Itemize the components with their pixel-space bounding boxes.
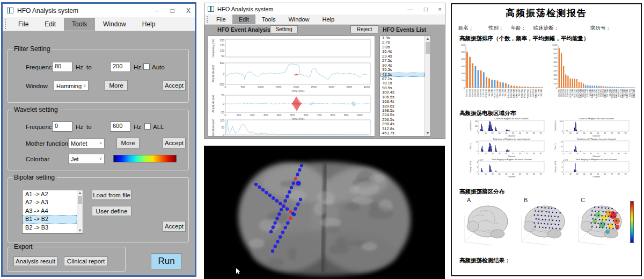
svg-text:P7A3-P7A4: P7A3-P7A4 [513,89,515,98]
bipolar-setting-group: Bipolar setting A1 -> A2A2 -> A3A3 -> A4… [8,177,189,242]
wavelet-all-checkbox[interactable] [144,123,151,130]
scroll-up-icon[interactable]: ▲ [77,190,83,196]
svg-text:Energy / uV^2: Energy / uV^2 [470,161,472,172]
svg-text:20: 20 [576,153,579,155]
svg-text:100: 100 [237,113,241,117]
wavelet-more-button[interactable]: More [116,138,140,148]
svg-text:Channel: Channel [592,135,600,137]
svg-text:Amplitude (uV): Amplitude (uV) [211,95,215,112]
filter-freq-from-input[interactable]: 80 [52,62,72,72]
svg-text:500: 500 [560,120,563,123]
bipolar-list-item[interactable]: B1 -> B2 [23,215,77,223]
brain-3d-view[interactable] [204,146,445,279]
svg-text:400: 400 [475,120,478,123]
toolbar-grip[interactable] [5,19,6,29]
menu-bar: FileEditToolsWindowHelp [204,15,445,25]
close-icon[interactable]: X [186,7,191,15]
bipolar-list-item[interactable]: B2 -> B3 [23,224,77,232]
analysis-result-button[interactable]: Analysis result [13,256,57,266]
event-list-item[interactable]: 453.7s [380,131,425,135]
filter-freq-to-input[interactable]: 200 [110,62,130,72]
scroll-down-icon[interactable]: ▼ [425,131,430,136]
fripple-sort-chart: 01002003004005006007008009001000P3I1-P3I… [550,42,638,108]
menu-item-help[interactable]: Help [134,18,164,31]
wavelet-accept-button[interactable]: Accept [163,138,186,148]
svg-text:Channel: Channel [508,135,515,137]
bipolar-setting-legend: Bipolar setting [12,174,57,181]
svg-text:90: 90 [540,173,542,175]
clinical-report-button[interactable]: Clinical report [64,256,108,266]
svg-text:Amplitude (uV): Amplitude (uV) [211,65,215,82]
svg-text:100: 100 [553,82,557,85]
svg-text:Amplitude (uV): Amplitude (uV) [211,118,215,136]
scroll-up-icon[interactable]: ▲ [425,36,430,41]
menu-item-edit[interactable]: Edit [36,18,64,31]
svg-text:50: 50 [597,153,599,155]
svg-text:200: 200 [553,78,557,81]
menu-item-window[interactable]: Window [95,18,134,31]
mother-function-select[interactable]: Morlet˅ [68,138,105,148]
svg-text:10: 10 [569,173,572,175]
maximize-icon[interactable]: □ [424,6,428,12]
filter-accept-button[interactable]: Accept [163,80,186,91]
field-name: 姓名： [458,25,474,32]
svg-text:20: 20 [576,173,579,175]
setting-button[interactable]: Setting [270,25,298,33]
bipolar-list-item[interactable]: A1 -> A2 [23,190,77,198]
settings-client-area: Filter Setting Frequency 80 Hz to 200 Hz… [3,32,195,275]
svg-text:4000: 4000 [364,85,370,89]
menu-item-tools[interactable]: Tools [255,15,282,24]
svg-text:300: 300 [264,113,268,117]
menu-item-file[interactable]: File [210,15,232,24]
section-brain-header: 高频振荡脑区分布 [459,188,504,196]
menu-item-window[interactable]: Window [282,15,316,24]
svg-text:800: 800 [331,113,335,117]
events-scrollbar[interactable]: ▲ ▼ [425,36,430,136]
filter-window-select[interactable]: Hamming˅ [54,81,89,91]
bipolar-list-item[interactable]: A3 -> A4 [23,207,77,215]
close-icon[interactable]: × [438,6,442,12]
bipolar-accept-button[interactable]: Accept [163,221,186,232]
svg-text:Time (ms): Time (ms) [291,117,305,120]
svg-text:0: 0 [563,153,564,155]
menu-item-edit[interactable]: Edit [232,15,255,24]
svg-text:150: 150 [220,44,225,47]
svg-text:30: 30 [583,132,586,134]
minimize-icon[interactable]: – [155,7,159,15]
bipolar-listbox[interactable]: A1 -> A2A2 -> A3A3 -> A4B1 -> B2B2 -> B3… [22,190,83,234]
filter-more-button[interactable]: More [105,80,128,91]
reject-button[interactable]: Reject [350,25,378,33]
colorbar-select[interactable]: Jet˅ [68,154,105,164]
menu-item-help[interactable]: Help [316,15,341,24]
wavelet-freq-to-input[interactable]: 600 [110,121,130,132]
svg-text:-500: -500 [219,83,224,86]
svg-text:70: 70 [611,132,613,134]
menu-item-file[interactable]: File [10,18,36,31]
svg-text:LH9-LH10: LH9-LH10 [482,89,485,97]
minimize-icon[interactable]: — [407,6,413,12]
svg-text:30: 30 [499,173,501,175]
hfo-events-listbox[interactable]: 1.3s2.7s3.8s16.4s23.4s27.5s30.4s35.3s43.… [379,35,431,137]
svg-text:200: 200 [461,72,465,75]
wavelet-freq-from-input[interactable]: 0 [52,121,72,132]
title-bar[interactable]: HFO Analysis system — □ × [204,3,445,15]
svg-text:40: 40 [561,141,563,143]
bipolar-list-item[interactable]: A2 -> A3 [23,198,77,206]
run-button[interactable]: Run [151,253,182,269]
filter-auto-checkbox[interactable] [143,63,150,70]
svg-text:20: 20 [576,132,579,134]
field-gender: 性别： [488,25,504,32]
svg-text:80: 80 [533,153,535,155]
svg-text:x 10^5: x 10^5 [563,159,568,161]
bipolar-scrollbar[interactable]: ▲ ▼ [77,190,83,233]
user-define-button[interactable]: User define [92,206,131,216]
scroll-down-icon[interactable]: ▼ [77,228,83,233]
wavelet-frequency-label: Frequency [26,124,55,130]
menu-item-tools[interactable]: Tools [64,18,95,31]
toolbar-grip[interactable] [207,16,208,23]
svg-text:60: 60 [519,153,521,155]
load-from-file-button[interactable]: Load from file [92,190,131,200]
maximize-icon[interactable]: □ [171,7,174,15]
svg-text:1000: 1000 [356,113,362,117]
title-bar[interactable]: HFO Analysis system – □ X [3,4,195,17]
